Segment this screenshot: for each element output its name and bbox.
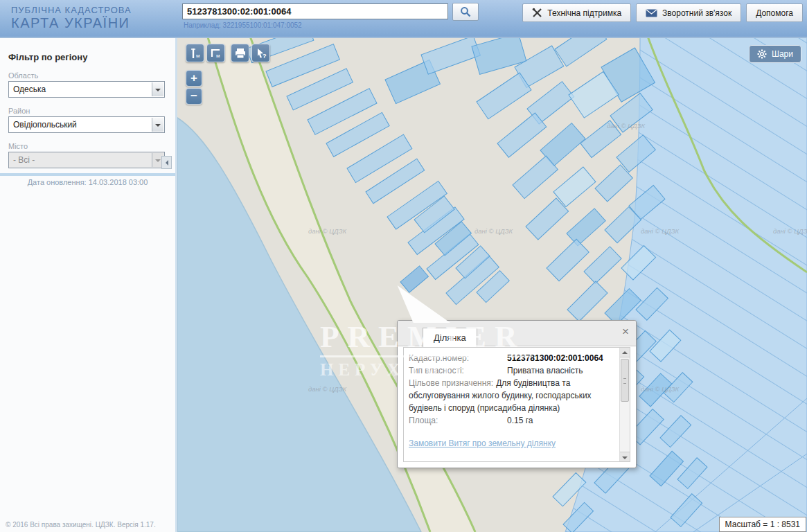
help-label: Допомога (756, 8, 793, 18)
search-icon (460, 6, 471, 17)
printer-icon (234, 47, 247, 60)
city-select: - Всі - (8, 152, 165, 168)
svg-text:?: ? (263, 53, 267, 60)
district-select[interactable]: Овідіопольський (8, 116, 165, 133)
sidebar-filter-panel: Фільтр по регіону Область Одеська Район … (0, 38, 177, 532)
close-icon[interactable]: × (622, 325, 629, 339)
scroll-down-icon[interactable] (620, 452, 630, 461)
zoom-out-button[interactable]: − (186, 88, 202, 105)
header-buttons: Технічна підтримка Зворотний зв'язок Доп… (522, 3, 803, 22)
search-hint: Наприклад: 3221955100:01:047:0052 (184, 21, 302, 29)
help-button[interactable]: Допомога (746, 3, 803, 22)
zoom-in-button[interactable]: + (186, 70, 202, 87)
chevron-down-icon[interactable] (152, 118, 163, 132)
measure-distance-button[interactable]: м (186, 44, 204, 62)
svg-text:дані © ЦДЗК: дані © ЦДЗК (308, 385, 348, 393)
field-ownership-type: Тип власності: Приватна власність (409, 364, 614, 377)
scrollbar-thumb[interactable] (621, 359, 629, 402)
copyright-text: © 2016 Всі права захищені. ЦДЗК. Версія … (6, 521, 156, 529)
gear-icon (757, 49, 767, 59)
svg-text:дані © ЦДЗК: дані © ЦДЗК (607, 122, 646, 130)
print-button[interactable] (231, 44, 249, 62)
logo-line1: ПУБЛІЧНА КАДАСТРОВА (11, 5, 132, 15)
field-cadastral-number: Кадастр.номер: 5123781300:02:001:0064 (409, 352, 614, 364)
tech-support-label: Технічна підтримка (547, 8, 621, 18)
chevron-down-icon[interactable] (152, 82, 163, 96)
header-bar: ПУБЛІЧНА КАДАСТРОВА КАРТА УКРАЇНИ Наприк… (0, 0, 807, 38)
city-value: - Всі - (9, 152, 164, 168)
district-value: Овідіопольський (9, 117, 164, 132)
app-window: дані © ЦДЗК дані © ЦДЗК дані © ЦДЗК дані… (0, 0, 807, 532)
field-value: Приватна власність (507, 364, 583, 377)
parcel-info-popup: Ділянка × Кадастр.номер: 5123781300:02:0… (397, 320, 637, 468)
field-label: Тип власності: (409, 364, 507, 377)
cursor-help-icon: ? (255, 47, 267, 60)
search-button[interactable] (452, 3, 479, 21)
area-icon: м (210, 47, 222, 60)
update-date: Дата оновлення: 14.03.2018 03:00 (0, 178, 175, 186)
ruler-icon: м (189, 47, 202, 60)
svg-text:м: м (216, 53, 220, 59)
popup-tab-parcel[interactable]: Ділянка (423, 328, 477, 347)
region-label: Область (8, 71, 175, 80)
popup-scrollbar[interactable] (619, 348, 630, 461)
region-select[interactable]: Одеська (8, 81, 165, 98)
scale-indicator: Масштаб = 1 : 8531 (719, 517, 806, 532)
layers-button-label: Шари (772, 49, 793, 59)
order-extract-link[interactable]: Замовити Витяг про земельну ділянку (409, 437, 614, 450)
svg-text:дані © ЦДЗК: дані © ЦДЗК (308, 227, 348, 235)
site-logo[interactable]: ПУБЛІЧНА КАДАСТРОВА КАРТА УКРАЇНИ (11, 5, 132, 31)
feedback-label: Зворотний зв'язок (662, 8, 731, 18)
logo-line2: КАРТА УКРАЇНИ (11, 15, 132, 31)
city-label: Місто (8, 142, 175, 150)
district-label: Район (8, 107, 175, 115)
field-designated-purpose: Цільове призначення:Для будівництва та о… (409, 377, 614, 414)
field-label: Кадастр.номер: (409, 352, 507, 364)
svg-text:дані © ЦДЗК: дані © ЦДЗК (641, 385, 680, 393)
feedback-button[interactable]: Зворотний зв'язок (636, 3, 741, 22)
filter-title: Фільтр по регіону (8, 52, 175, 62)
svg-text:дані © ЦДЗК: дані © ЦДЗК (773, 227, 807, 235)
svg-text:дані © ЦДЗК: дані © ЦДЗК (641, 227, 680, 235)
sidebar-collapse-button[interactable] (161, 156, 172, 169)
tech-support-button[interactable]: Технічна підтримка (522, 3, 631, 22)
svg-text:м: м (196, 53, 200, 59)
parcel-details: Кадастр.номер: 5123781300:02:001:0064 Ти… (409, 352, 614, 462)
map-toolbar: м м (186, 44, 225, 62)
identify-button[interactable]: ? (251, 44, 270, 62)
field-label: Цільове призначення: (409, 378, 493, 388)
map-toolbar-2: ? (231, 44, 270, 62)
layers-button[interactable]: Шари (749, 45, 801, 63)
field-value: 0.15 га (507, 414, 533, 427)
tools-icon (532, 8, 542, 18)
mail-icon (646, 9, 657, 17)
popup-body: Кадастр.номер: 5123781300:02:001:0064 Ти… (403, 347, 630, 462)
zoom-control: + − (186, 70, 202, 105)
measure-area-button[interactable]: м (206, 44, 225, 62)
svg-text:дані © ЦДЗК: дані © ЦДЗК (475, 227, 514, 235)
field-area: Площа: 0.15 га (409, 414, 614, 427)
field-value: 5123781300:02:001:0064 (507, 352, 603, 364)
region-value: Одеська (9, 82, 164, 97)
order-valuation-link[interactable]: Замовити Витяг про нормативну грошову оц… (409, 460, 614, 462)
scroll-up-icon[interactable] (620, 348, 630, 357)
search-input[interactable] (182, 3, 448, 19)
field-label: Площа: (409, 414, 507, 427)
sidebar-divider (0, 173, 175, 176)
